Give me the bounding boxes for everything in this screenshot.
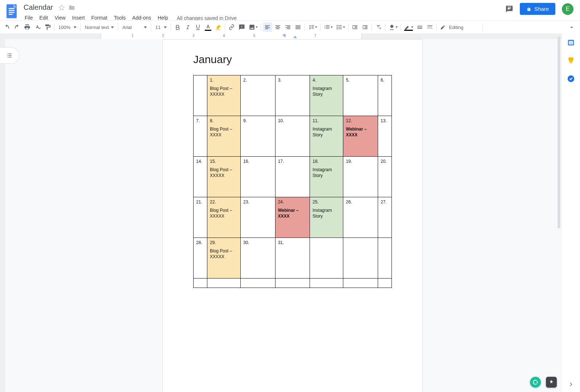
- border-color-button[interactable]: [403, 22, 414, 32]
- clear-formatting-button[interactable]: [374, 22, 383, 32]
- title-bar: Calendar File Edit View Insert Format To…: [0, 0, 580, 20]
- document-title[interactable]: Calendar: [22, 2, 55, 13]
- ruler-tick: 1: [132, 34, 134, 34]
- collapse-toolbar-button[interactable]: [567, 22, 576, 32]
- ruler-tick: 3: [192, 34, 195, 34]
- ruler-tick: 7: [314, 34, 316, 34]
- share-button[interactable]: Share: [520, 3, 555, 15]
- lock-icon: [526, 7, 531, 12]
- font-family-select[interactable]: Arial: [120, 22, 149, 32]
- docs-logo-icon[interactable]: [5, 4, 18, 19]
- insert-image-button[interactable]: [247, 22, 259, 32]
- font-family-value: Arial: [122, 25, 132, 30]
- ruler-tick: 4: [223, 34, 225, 34]
- text-color-button[interactable]: [203, 22, 213, 32]
- zoom-select[interactable]: 100%: [56, 22, 79, 32]
- insert-link-button[interactable]: [227, 22, 236, 32]
- font-size-value: 11: [155, 25, 160, 30]
- svg-rect-2: [9, 10, 14, 11]
- numbered-list-button[interactable]: [322, 22, 334, 32]
- account-avatar[interactable]: E: [562, 3, 573, 15]
- folder-move-icon[interactable]: [69, 4, 75, 11]
- svg-rect-3: [9, 12, 14, 13]
- workspace: 1 2 3 4 5 6 7 January 1.Blog Post – XXXX…: [0, 33, 580, 34]
- underline-button[interactable]: [193, 22, 203, 32]
- star-icon[interactable]: [58, 4, 65, 11]
- redo-button[interactable]: [12, 22, 22, 32]
- ruler-tick: 2: [162, 34, 164, 34]
- horizontal-ruler[interactable]: 1 2 3 4 5 6 7: [5, 33, 580, 34]
- svg-rect-4: [9, 14, 13, 15]
- align-right-button[interactable]: [283, 22, 293, 32]
- italic-button[interactable]: [183, 22, 192, 32]
- align-justify-button[interactable]: [293, 22, 303, 32]
- vertical-ruler[interactable]: [0, 33, 5, 34]
- font-size-select[interactable]: 11: [153, 22, 169, 32]
- paragraph-style-select[interactable]: Normal text: [83, 22, 116, 32]
- align-center-button[interactable]: [273, 22, 282, 32]
- zoom-value: 100%: [58, 25, 70, 30]
- increase-indent-button[interactable]: [360, 22, 370, 32]
- ruler-tick: 5: [253, 34, 256, 34]
- print-button[interactable]: [22, 22, 32, 32]
- cell-fill-color-button[interactable]: [387, 22, 399, 32]
- svg-point-6: [336, 27, 337, 28]
- comment-history-icon[interactable]: [505, 5, 513, 13]
- decrease-indent-button[interactable]: [350, 22, 360, 32]
- paragraph-style-value: Normal text: [85, 25, 109, 30]
- undo-button[interactable]: [2, 22, 12, 32]
- bulleted-list-button[interactable]: [335, 22, 346, 32]
- insert-comment-button[interactable]: [237, 22, 246, 32]
- highlight-color-button[interactable]: [214, 22, 223, 32]
- svg-point-5: [336, 25, 337, 26]
- toolbar: 100% Normal text Arial 11 Editing: [0, 20, 580, 34]
- align-left-button[interactable]: [263, 22, 272, 32]
- border-width-button[interactable]: [415, 22, 424, 32]
- svg-point-7: [336, 28, 337, 29]
- side-panel: 31: [562, 33, 580, 34]
- document-scroll-area[interactable]: 1 2 3 4 5 6 7 January 1.Blog Post – XXXX…: [5, 33, 580, 34]
- spellcheck-button[interactable]: [33, 22, 42, 32]
- editing-mode-select[interactable]: Editing: [440, 24, 481, 30]
- line-spacing-button[interactable]: [307, 22, 318, 32]
- share-button-label: Share: [534, 6, 549, 12]
- svg-rect-1: [9, 8, 14, 9]
- paint-format-button[interactable]: [43, 22, 52, 32]
- pencil-icon: [440, 24, 446, 30]
- editing-mode-label: Editing: [449, 25, 463, 30]
- border-style-button[interactable]: [425, 22, 435, 32]
- bold-button[interactable]: [173, 22, 182, 32]
- ruler-tick: 6: [284, 34, 286, 34]
